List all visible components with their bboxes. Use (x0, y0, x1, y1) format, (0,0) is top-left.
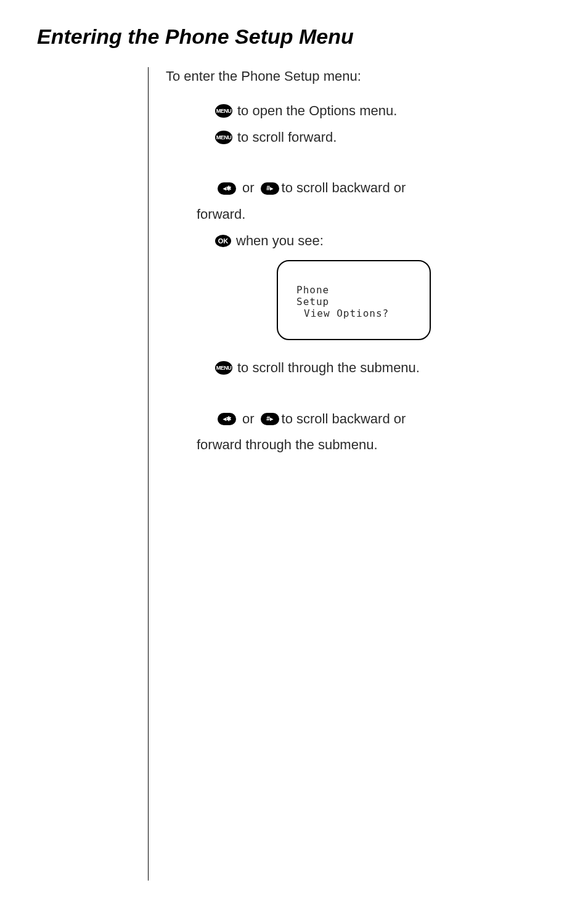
step-text-continue: forward. (166, 205, 551, 224)
step-text: to scroll backward or (282, 179, 406, 198)
step-line-1: MENU to open the Options menu. (166, 102, 551, 121)
vertical-divider (148, 67, 149, 881)
hash-right-icon: #▸ (261, 182, 279, 195)
ok-icon: OK (215, 235, 231, 247)
intro-text: To enter the Phone Setup menu: (166, 67, 551, 86)
screen-line-2: Setup (296, 296, 417, 307)
left-star-icon: ◂✱ (218, 182, 236, 195)
step-text: when you see: (236, 232, 324, 251)
step-line-3: ◂✱ or #▸ to scroll backward or (166, 179, 551, 198)
step-line-5: MENU to scroll through the submenu. (166, 359, 551, 378)
step-text: to scroll backward or (282, 410, 406, 429)
screen-line-1: Phone (296, 284, 417, 296)
step-text: to open the Options menu. (237, 102, 397, 121)
step-line-4: OK when you see: (166, 232, 551, 251)
step-text: to scroll through the submenu. (237, 359, 420, 378)
content-column: To enter the Phone Setup menu: MENU to o… (166, 67, 551, 881)
content-area: To enter the Phone Setup menu: MENU to o… (148, 67, 551, 881)
screen-line-3: View Options? (304, 307, 417, 319)
or-text: or (242, 410, 255, 429)
step-text: to scroll forward. (237, 128, 337, 147)
step-text-continue: forward through the submenu. (166, 436, 551, 455)
step-line-2: MENU to scroll forward. (166, 128, 551, 147)
step-line-6: ◂✱ or #▸ to scroll backward or (166, 410, 551, 429)
hash-right-icon: #▸ (261, 413, 279, 425)
page-title: Entering the Phone Setup Menu (37, 25, 551, 49)
menu-icon: MENU (215, 104, 232, 118)
menu-icon: MENU (215, 131, 232, 144)
or-text: or (242, 179, 255, 198)
menu-icon: MENU (215, 361, 232, 375)
left-star-icon: ◂✱ (218, 413, 236, 425)
phone-screen: Phone Setup View Options? (277, 260, 431, 340)
